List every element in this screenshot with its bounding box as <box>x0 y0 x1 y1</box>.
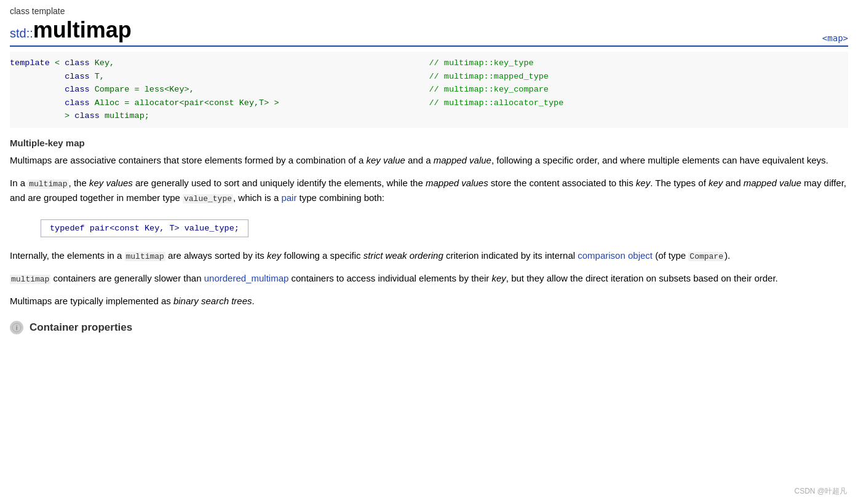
paragraph-5: Multimaps are typically implemented as b… <box>10 294 848 309</box>
code-value-type: value_type <box>183 194 233 203</box>
map-link[interactable]: <map> <box>822 33 848 43</box>
code-line-1: template < class Key, <box>10 57 429 70</box>
pair-link[interactable]: pair <box>281 192 296 203</box>
italic-key-2: key <box>709 178 723 188</box>
italic-bst: binary search trees <box>173 296 252 306</box>
code-line-3: class Compare = less<Key>, <box>10 83 429 96</box>
code-multimap-2: multimap <box>125 252 165 261</box>
code-comment-1: // multimap::key_type <box>429 57 849 70</box>
code-line-4: class Alloc = allocator<pair<const Key,T… <box>10 96 429 110</box>
class-template-label: class template <box>10 6 848 16</box>
section-heading: Multiple-key map <box>10 138 848 148</box>
code-left: template < class Key, class T, class Com… <box>10 57 429 123</box>
code-block: template < class Key, class T, class Com… <box>10 52 848 128</box>
italic-mapped-values: mapped values <box>426 178 488 188</box>
unordered-multimap-link[interactable]: unordered_multimap <box>204 273 289 283</box>
code-comment-4: // multimap::allocator_type <box>429 96 849 110</box>
code-multimap-3: multimap <box>10 275 50 284</box>
paragraph-2: In a multimap, the key values are genera… <box>10 176 848 207</box>
class-name: multimap <box>33 17 132 42</box>
namespace-prefix: std:: <box>10 26 33 40</box>
svg-text:i: i <box>16 325 17 331</box>
italic-mapped-value-2: mapped value <box>744 178 801 188</box>
code-right: // multimap::key_type // multimap::mappe… <box>429 57 849 123</box>
typedef-box: typedef pair<const Key, T> value_type; <box>41 219 248 237</box>
paragraph-3: Internally, the elements in a multimap a… <box>10 248 848 264</box>
comparison-object-link[interactable]: comparison object <box>578 250 653 261</box>
italic-key-value: key value <box>366 155 405 165</box>
italic-key-3: key <box>267 250 281 261</box>
code-comment-5 <box>429 109 849 123</box>
italic-key-values: key values <box>89 178 133 188</box>
italic-strict-weak-ordering: strict weak ordering <box>363 250 443 261</box>
code-multimap-1: multimap <box>28 179 68 189</box>
container-props-heading: Container properties <box>30 321 132 334</box>
container-props-icon: i <box>10 321 23 334</box>
code-comment-2: // multimap::mapped_type <box>429 70 849 84</box>
code-compare: Compare <box>688 252 725 261</box>
paragraph-4: multimap containers are generally slower… <box>10 271 848 286</box>
code-line-2: class T, <box>10 70 429 84</box>
class-title: std::multimap <box>10 17 132 43</box>
code-line-5: > class multimap; <box>10 109 429 123</box>
italic-key-4: key <box>491 273 506 283</box>
italic-mapped-value: mapped value <box>434 155 491 165</box>
container-props-row: i Container properties <box>10 321 848 334</box>
paragraph-1: Multimaps are associative containers tha… <box>10 153 848 168</box>
code-comment-3: // multimap::key_compare <box>429 83 849 96</box>
title-row: std::multimap <map> <box>10 17 848 47</box>
info-icon: i <box>12 323 22 333</box>
italic-key-1: key <box>636 178 650 188</box>
